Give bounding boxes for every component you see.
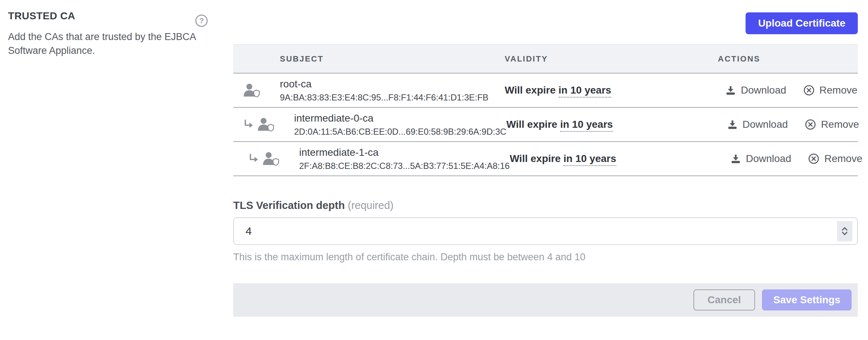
toolbar: Upload Certificate	[233, 0, 858, 34]
help-icon[interactable]: ?	[195, 15, 208, 27]
validity-prefix: Will expire	[510, 153, 564, 164]
download-label: Download	[741, 84, 786, 96]
table-row: intermediate-0-ca 2D:0A:11:5A:B6:CB:EE:0…	[233, 108, 858, 142]
column-header-actions: ACTIONS	[718, 54, 858, 64]
subject-cell: intermediate-1-ca 2F:A8:B8:CE:B8:2C:C8:7…	[233, 147, 510, 171]
tls-depth-label-text: TLS Verification depth	[233, 199, 345, 211]
actions-cell: Download Remove	[723, 153, 863, 165]
tls-depth-label: TLS Verification depth (required)	[233, 199, 858, 211]
tls-depth-help-text: This is the maximum length of certificat…	[233, 252, 858, 263]
remove-button[interactable]: Remove	[805, 119, 859, 130]
tls-depth-input-wrap	[233, 217, 858, 245]
subject-cell: intermediate-0-ca 2D:0A:11:5A:B6:CB:EE:0…	[233, 112, 507, 137]
number-stepper[interactable]	[837, 221, 852, 241]
section-intro: TRUSTED CA Add the CAs that are trusted …	[8, 10, 214, 58]
validity-cell: Will expire in 10 years	[507, 119, 720, 130]
ca-fingerprint: 9A:BA:83:83:E3:E4:8C:95...F8:F1:44:F6:41…	[280, 92, 488, 103]
validity-tooltip-trigger[interactable]: in 10 years	[560, 119, 613, 132]
subject-text: intermediate-0-ca 2D:0A:11:5A:B6:CB:EE:0…	[294, 112, 507, 137]
validity-cell: Will expire in 10 years	[505, 84, 718, 96]
level-down-arrow-icon	[243, 119, 254, 130]
download-button[interactable]: Download	[727, 119, 788, 130]
ca-user-shield-icon	[257, 118, 274, 131]
question-mark-glyph: ?	[199, 16, 204, 25]
subject-text: root-ca 9A:BA:83:83:E3:E4:8C:95...F8:F1:…	[280, 78, 488, 103]
table-row: root-ca 9A:BA:83:83:E3:E4:8C:95...F8:F1:…	[233, 74, 858, 108]
footer-action-bar: Cancel Save Settings	[233, 283, 858, 317]
validity-prefix: Will expire	[507, 119, 560, 130]
page-title: TRUSTED CA	[8, 10, 214, 22]
download-button[interactable]: Download	[725, 84, 786, 96]
page-description: Add the CAs that are trusted by the EJBC…	[8, 30, 214, 58]
column-header-validity: VALIDITY	[505, 54, 718, 64]
trusted-ca-panel: Upload Certificate SUBJECT VALIDITY ACTI…	[233, 0, 858, 317]
ca-user-shield-icon	[243, 83, 260, 97]
actions-cell: Download Remove	[718, 84, 858, 96]
validity-tooltip-trigger[interactable]: in 10 years	[563, 153, 616, 166]
ca-fingerprint: 2D:0A:11:5A:B6:CB:EE:0D...69:E0:58:9B:29…	[294, 127, 507, 137]
ca-user-shield-icon	[262, 152, 279, 166]
validity-tooltip-trigger[interactable]: in 10 years	[559, 84, 611, 98]
level-down-arrow-icon	[248, 153, 259, 165]
tls-depth-section: TLS Verification depth (required) This i…	[233, 199, 858, 263]
required-hint: (required)	[348, 199, 394, 211]
remove-button[interactable]: Remove	[803, 84, 857, 96]
tls-depth-input[interactable]	[234, 218, 857, 244]
download-icon	[727, 119, 738, 130]
trusted-ca-table: SUBJECT VALIDITY ACTIONS root-ca 9A:BA:8…	[233, 44, 858, 176]
stepper-chevrons-icon	[841, 225, 848, 237]
cancel-button[interactable]: Cancel	[693, 289, 755, 311]
ca-name: intermediate-1-ca	[299, 147, 510, 158]
ca-name: intermediate-0-ca	[294, 112, 507, 124]
remove-icon	[808, 153, 820, 165]
upload-certificate-button[interactable]: Upload Certificate	[746, 12, 858, 34]
download-label: Download	[746, 153, 791, 165]
validity-prefix: Will expire	[505, 84, 559, 96]
remove-button[interactable]: Remove	[808, 153, 862, 165]
remove-icon	[803, 84, 815, 96]
download-icon	[730, 153, 741, 164]
download-icon	[725, 85, 736, 96]
remove-label: Remove	[821, 119, 859, 130]
table-header-row: SUBJECT VALIDITY ACTIONS	[233, 44, 858, 74]
validity-cell: Will expire in 10 years	[510, 153, 723, 165]
ca-name: root-ca	[280, 78, 488, 90]
column-header-subject: SUBJECT	[233, 54, 505, 64]
remove-label: Remove	[824, 153, 862, 165]
remove-icon	[805, 119, 816, 130]
subject-text: intermediate-1-ca 2F:A8:B8:CE:B8:2C:C8:7…	[299, 147, 510, 171]
download-label: Download	[743, 119, 788, 130]
save-settings-button[interactable]: Save Settings	[762, 289, 852, 311]
subject-cell: root-ca 9A:BA:83:83:E3:E4:8C:95...F8:F1:…	[233, 78, 505, 103]
actions-cell: Download Remove	[720, 119, 859, 130]
remove-label: Remove	[820, 84, 857, 96]
table-row: intermediate-1-ca 2F:A8:B8:CE:B8:2C:C8:7…	[233, 142, 858, 176]
download-button[interactable]: Download	[730, 153, 791, 165]
ca-fingerprint: 2F:A8:B8:CE:B8:2C:C8:73...5A:B3:77:51:5E…	[299, 161, 510, 171]
